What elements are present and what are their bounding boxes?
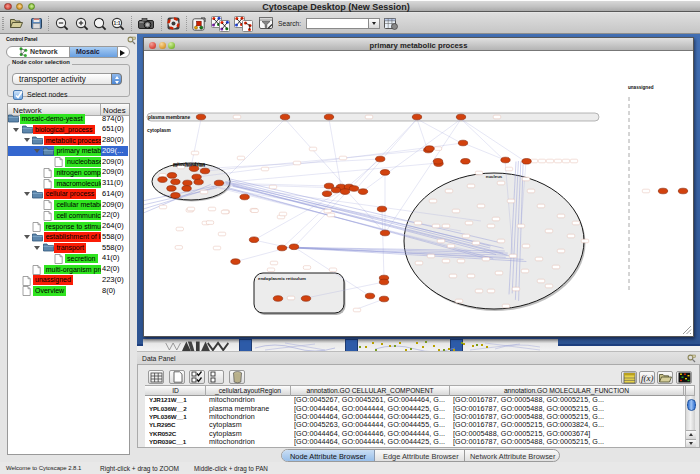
svg-text:endoplasmic reticulum: endoplasmic reticulum <box>258 276 306 281</box>
svg-text:unassigned: unassigned <box>628 85 654 90</box>
svg-text:f(x): f(x) <box>641 373 654 383</box>
svg-text:1:1: 1:1 <box>113 20 120 26</box>
svg-text:plasma membrane: plasma membrane <box>148 115 190 120</box>
svg-text:mitochondrion: mitochondrion <box>173 162 205 167</box>
svg-text:nucleus: nucleus <box>486 174 503 179</box>
svg-text:cytoplasm: cytoplasm <box>147 128 171 133</box>
